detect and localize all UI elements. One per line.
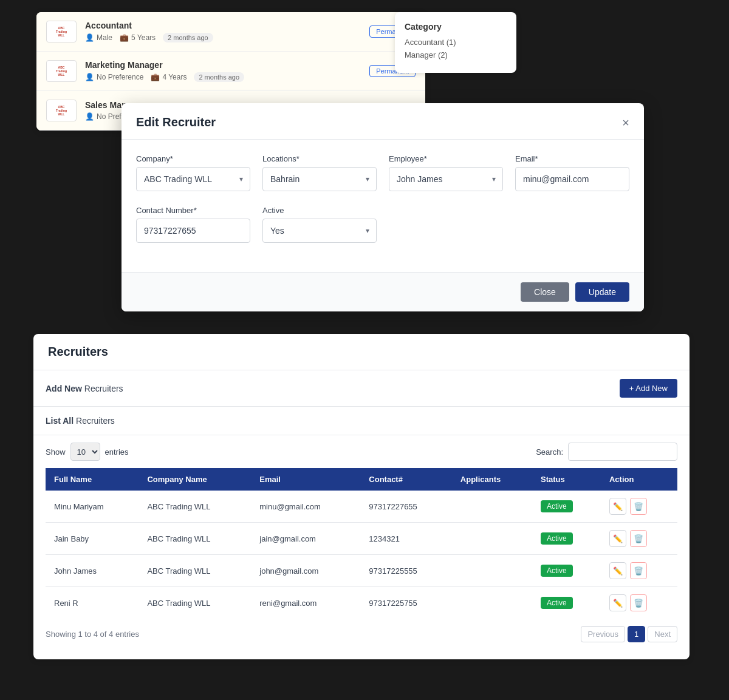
job-item-accountant: ABCTradingWLL Accountant 👤 Male 💼 5 Year… [36, 12, 425, 52]
col-status: Status [532, 468, 601, 491]
briefcase-icon: 💼 [120, 33, 129, 42]
entries-select[interactable]: 10 [70, 443, 100, 461]
gender-value: Male [97, 33, 112, 42]
col-action: Action [601, 468, 677, 491]
status-badge: Active [541, 532, 573, 545]
form-row-2: Contact Number* Active Yes [136, 206, 629, 243]
experience-value-2: 4 Years [162, 73, 187, 81]
delete-button[interactable]: 🗑️ [630, 498, 647, 515]
close-button[interactable]: Close [521, 282, 569, 302]
cell-applicants [452, 491, 532, 523]
cell-applicants [452, 555, 532, 587]
job-logo-2: ABCTradingWLL [46, 60, 77, 82]
search-input[interactable] [568, 443, 677, 461]
active-select-wrapper: Yes [262, 219, 377, 243]
cell-email: john@gmail.com [251, 555, 360, 587]
employee-select[interactable]: John James [389, 167, 503, 191]
contact-input[interactable] [136, 219, 250, 243]
job-meta-2: 👤 No Preference 💼 4 Years 2 months ago [85, 72, 369, 82]
search-label: Search: [536, 447, 563, 457]
update-button[interactable]: Update [575, 282, 629, 302]
contact-field-group: Contact Number* [136, 206, 250, 243]
category-panel: Category Accountant (1) Manager (2) [395, 12, 516, 73]
category-item-accountant: Accountant (1) [405, 38, 507, 47]
category-item-manager: Manager (2) [405, 50, 507, 59]
gender-meta: 👤 Male [85, 33, 112, 42]
job-logo-3: ABCTradingWLL [46, 100, 77, 121]
cell-contact: 1234321 [360, 523, 452, 555]
cell-action: ✏️ 🗑️ [601, 587, 677, 619]
col-applicants: Applicants [452, 468, 532, 491]
col-full-name: Full Name [46, 468, 139, 491]
status-badge: Active [541, 597, 573, 609]
experience-meta: 💼 5 Years [120, 33, 156, 42]
locations-label: Locations* [262, 154, 377, 163]
col-contact: Contact# [360, 468, 452, 491]
job-item-marketing: ABCTradingWLL Marketing Manager 👤 No Pre… [36, 52, 425, 91]
spacer-1 [389, 206, 503, 243]
email-label: Email* [515, 154, 629, 163]
edit-button[interactable]: ✏️ [609, 562, 626, 579]
email-input[interactable] [515, 167, 629, 191]
show-entries: Show 10 entries [46, 443, 129, 461]
locations-select[interactable]: Bahrain [262, 167, 377, 191]
edit-button[interactable]: ✏️ [609, 594, 626, 611]
next-button[interactable]: Next [648, 626, 677, 642]
modal-footer: Close Update [122, 272, 644, 311]
spacer-2 [515, 206, 629, 243]
section-title: Recruiters [48, 345, 675, 359]
table-row: Reni R ABC Trading WLL reni@gmail.com 97… [46, 587, 677, 619]
section-header: Recruiters [33, 334, 690, 370]
table-head: Full Name Company Name Email Contact# Ap… [46, 468, 677, 491]
cell-contact: 97317225555 [360, 555, 452, 587]
edit-button[interactable]: ✏️ [609, 498, 626, 515]
table-row: Jain Baby ABC Trading WLL jain@gmail.com… [46, 523, 677, 555]
table-controls: Show 10 entries Search: [33, 435, 690, 468]
action-buttons: ✏️ 🗑️ [609, 498, 669, 515]
experience-value: 5 Years [131, 33, 156, 42]
cell-full-name: Jain Baby [46, 523, 139, 555]
employee-select-wrapper: John James [389, 167, 503, 191]
previous-button[interactable]: Previous [581, 626, 625, 642]
show-label: Show [46, 447, 66, 457]
cell-email: minu@gmail.com [251, 491, 360, 523]
action-buttons: ✏️ 🗑️ [609, 594, 669, 611]
employee-label: Employee* [389, 154, 503, 163]
cell-company: ABC Trading WLL [139, 523, 251, 555]
cell-applicants [452, 523, 532, 555]
add-new-button[interactable]: + Add New [620, 379, 677, 398]
company-select[interactable]: ABC Trading WLL [136, 167, 250, 191]
edit-button[interactable]: ✏️ [609, 530, 626, 547]
add-new-text: Add New Recruiters [46, 384, 123, 393]
list-bar-text: List All Recruiters [46, 416, 115, 426]
add-new-bold: Add New [46, 384, 82, 393]
time-badge-2: 2 months ago [194, 72, 244, 82]
job-info-2: Marketing Manager 👤 No Preference 💼 4 Ye… [85, 60, 369, 82]
cell-applicants [452, 587, 532, 619]
delete-button[interactable]: 🗑️ [630, 594, 647, 611]
add-new-bar: Add New Recruiters + Add New [33, 370, 690, 407]
status-badge: Active [541, 500, 573, 512]
cell-status: Active [532, 555, 601, 587]
cell-status: Active [532, 587, 601, 619]
page-1-button[interactable]: 1 [628, 626, 645, 642]
showing-text: Showing 1 to 4 of 4 entries [46, 630, 139, 639]
table-row: John James ABC Trading WLL john@gmail.co… [46, 555, 677, 587]
active-select[interactable]: Yes [262, 219, 377, 243]
delete-button[interactable]: 🗑️ [630, 530, 647, 547]
action-buttons: ✏️ 🗑️ [609, 530, 669, 547]
cell-company: ABC Trading WLL [139, 555, 251, 587]
list-suffix: Recruiters [76, 416, 115, 426]
locations-field-group: Locations* Bahrain [262, 154, 377, 191]
cell-action: ✏️ 🗑️ [601, 491, 677, 523]
person-icon: 👤 [85, 33, 94, 42]
cell-action: ✏️ 🗑️ [601, 523, 677, 555]
delete-button[interactable]: 🗑️ [630, 562, 647, 579]
cell-contact: 97317227655 [360, 491, 452, 523]
modal-close-button[interactable]: × [622, 117, 629, 129]
person-icon-2: 👤 [85, 73, 94, 81]
job-title: Accountant [85, 21, 369, 30]
modal-header: Edit Recruiter × [122, 103, 644, 140]
cell-status: Active [532, 523, 601, 555]
table-header-row: Full Name Company Name Email Contact# Ap… [46, 468, 677, 491]
